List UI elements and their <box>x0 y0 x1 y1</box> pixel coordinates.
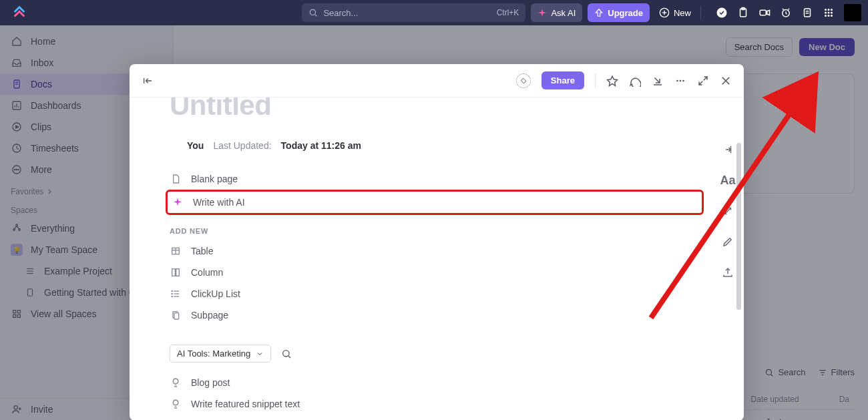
check-circle-icon[interactable] <box>716 7 728 19</box>
svg-point-69 <box>676 79 678 81</box>
download-icon[interactable] <box>652 75 664 87</box>
edit-icon[interactable] <box>721 235 734 248</box>
subpage-icon <box>170 309 182 321</box>
back-icon[interactable] <box>142 75 154 87</box>
svg-point-71 <box>682 79 684 81</box>
close-icon[interactable] <box>720 75 732 87</box>
option-table[interactable]: Table <box>170 240 704 262</box>
expand-icon[interactable] <box>697 75 709 87</box>
clipboard-icon[interactable] <box>737 7 749 19</box>
notepad-icon[interactable] <box>801 7 813 19</box>
scrollbar[interactable] <box>736 143 741 310</box>
svg-line-1 <box>315 15 317 17</box>
alarm-icon[interactable] <box>780 7 792 19</box>
more-dots-icon[interactable] <box>674 75 686 87</box>
svg-point-23 <box>831 12 833 14</box>
option-write-ai[interactable]: Write with AI <box>168 194 678 210</box>
doc-title[interactable]: Untitled <box>170 97 704 122</box>
column-icon <box>170 266 182 278</box>
search-shortcut: Ctrl+K <box>497 8 519 17</box>
divider <box>595 73 596 88</box>
svg-line-73 <box>699 81 702 84</box>
meta-author: You <box>187 140 204 151</box>
svg-line-14 <box>788 9 789 10</box>
text-aa-icon[interactable]: Aa <box>721 174 734 187</box>
doc-meta: You Last Updated: Today at 11:26 am <box>187 140 704 151</box>
svg-point-22 <box>828 12 830 14</box>
meta-updated-value: Today at 11:26 am <box>281 140 361 151</box>
topbar: Search... Ctrl+K Ask AI Upgrade New <box>0 0 868 25</box>
svg-line-93 <box>725 208 731 214</box>
option-blank-page[interactable]: Blank page <box>170 168 704 190</box>
page-icon <box>170 173 182 185</box>
option-column[interactable]: Column <box>170 262 704 283</box>
svg-rect-8 <box>760 10 766 15</box>
bulb-icon <box>170 398 182 410</box>
ai-sparkle-icon <box>172 196 184 208</box>
video-icon[interactable] <box>758 7 771 19</box>
upload-icon[interactable] <box>721 266 734 279</box>
plus-circle-icon <box>659 7 670 18</box>
highlight-write-ai: Write with AI <box>166 190 704 215</box>
svg-rect-80 <box>176 269 180 276</box>
svg-marker-66 <box>608 76 618 85</box>
svg-line-72 <box>704 77 707 80</box>
meta-updated-label: Last Updated: <box>213 140 271 151</box>
app-logo[interactable] <box>12 5 27 20</box>
modal-header: Share <box>130 64 744 97</box>
svg-line-13 <box>783 9 784 10</box>
svg-point-25 <box>828 15 830 17</box>
svg-point-20 <box>831 9 833 11</box>
ask-ai-button[interactable]: Ask AI <box>531 3 582 22</box>
divider <box>700 6 701 19</box>
upgrade-icon <box>594 8 604 17</box>
svg-point-0 <box>310 9 316 15</box>
list-icon <box>170 288 182 300</box>
share-button[interactable]: Share <box>541 71 584 89</box>
svg-point-70 <box>680 79 682 81</box>
svg-point-24 <box>825 15 827 17</box>
chevron-down-icon <box>256 350 264 358</box>
svg-point-5 <box>717 8 727 18</box>
svg-point-84 <box>172 290 172 291</box>
comment-icon[interactable] <box>629 75 641 87</box>
modal-right-rail: Aa <box>721 143 734 279</box>
search-icon <box>308 8 318 17</box>
svg-point-21 <box>825 12 827 14</box>
svg-rect-88 <box>174 313 179 319</box>
add-new-section-label: ADD NEW <box>170 227 704 235</box>
option-clickup-list[interactable]: ClickUp List <box>170 283 704 304</box>
svg-point-26 <box>831 15 833 17</box>
svg-point-86 <box>172 296 172 296</box>
table-icon <box>170 245 182 257</box>
sparkle-icon <box>537 8 547 17</box>
ai-tools-dropdown[interactable]: AI Tools: Marketing <box>170 345 271 363</box>
upgrade-button[interactable]: Upgrade <box>588 3 650 22</box>
doc-modal: Share Untitled You Last Updated: Today a… <box>130 64 744 420</box>
search-placeholder: Search... <box>323 8 358 18</box>
svg-line-90 <box>288 356 290 358</box>
apps-grid-icon[interactable] <box>823 7 835 19</box>
avatar-placeholder[interactable] <box>844 4 861 21</box>
new-button[interactable]: New <box>655 3 695 22</box>
svg-line-12 <box>786 13 787 15</box>
indent-icon[interactable] <box>721 143 734 156</box>
swap-icon[interactable] <box>721 204 734 218</box>
svg-point-18 <box>825 9 827 11</box>
star-icon[interactable] <box>606 75 618 87</box>
tag-icon[interactable] <box>516 73 531 88</box>
svg-point-19 <box>828 9 830 11</box>
suggestion-blog-post[interactable]: Blog post <box>170 372 704 393</box>
bulb-icon <box>170 377 182 389</box>
global-search[interactable]: Search... Ctrl+K <box>302 3 525 22</box>
suggestion-titles[interactable]: Generate blog titles <box>170 415 704 420</box>
search-icon[interactable] <box>280 348 292 360</box>
svg-line-67 <box>655 77 660 83</box>
option-subpage[interactable]: Subpage <box>170 304 704 326</box>
svg-rect-79 <box>172 269 176 276</box>
svg-point-85 <box>172 293 172 294</box>
suggestion-snippet[interactable]: Write featured snippet text <box>170 393 704 415</box>
svg-point-89 <box>283 350 289 356</box>
svg-marker-9 <box>767 10 770 15</box>
